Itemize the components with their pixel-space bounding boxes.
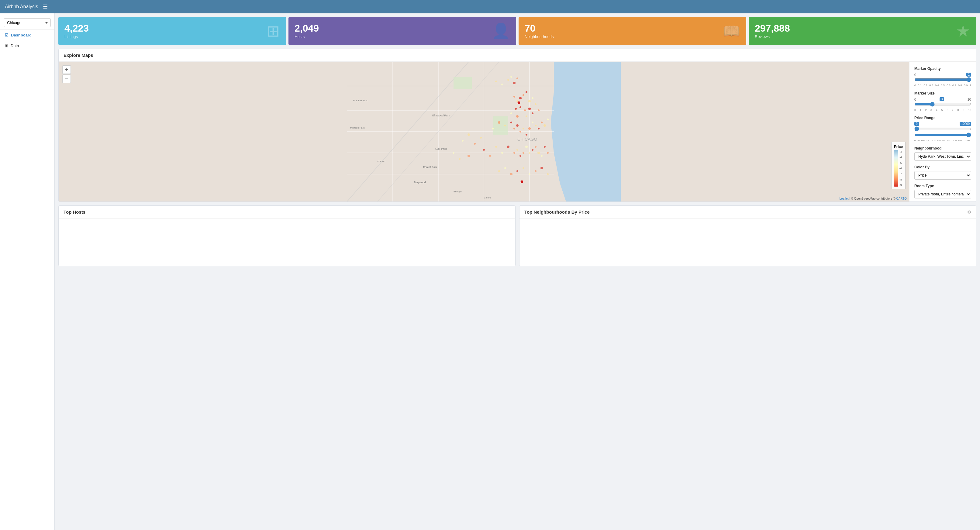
room-type-select[interactable]: Private room, Entire home/apt, Shared...: [914, 190, 971, 199]
legend-title: Price: [894, 145, 903, 149]
map-legend: Price -3 -4 -5 -6 -7 -8 -9: [891, 142, 905, 189]
hosts-number: 2,049: [294, 24, 319, 33]
svg-point-95: [495, 81, 497, 82]
map-area[interactable]: CHICAGO Franklin Park Melrose Park Elmwo…: [59, 62, 909, 202]
svg-point-79: [541, 155, 542, 157]
app-header: Airbnb Analysis ☰: [0, 0, 980, 13]
svg-point-91: [508, 79, 509, 81]
stat-card-hosts: 2,049 Hosts 👤: [288, 17, 516, 45]
svg-point-66: [489, 155, 491, 157]
svg-point-49: [522, 127, 524, 129]
svg-point-30: [528, 100, 531, 102]
svg-point-48: [520, 131, 521, 132]
svg-point-78: [538, 152, 540, 154]
sidebar: Chicago New York Los Angeles Seattle ☑ D…: [0, 13, 55, 530]
attribution-contrib: contributors ©: [877, 197, 896, 200]
sidebar-item-dashboard[interactable]: ☑ Dashboard: [0, 30, 54, 40]
gear-icon[interactable]: ⚙: [967, 210, 971, 215]
top-hosts-card: Top Hosts: [58, 205, 515, 266]
svg-point-77: [535, 146, 536, 148]
data-icon: ⊞: [5, 43, 8, 48]
svg-point-93: [513, 82, 515, 84]
svg-point-62: [453, 152, 455, 154]
hosts-icon: 👤: [492, 22, 510, 40]
color-by-select[interactable]: Price Room Type Rating: [914, 171, 971, 180]
svg-text:Berwyn: Berwyn: [453, 190, 462, 193]
reviews-number: 297,888: [755, 24, 790, 33]
svg-point-54: [538, 127, 539, 129]
explore-maps-header: Explore Maps: [59, 49, 976, 62]
svg-point-75: [528, 152, 530, 154]
dashboard-icon: ☑: [5, 33, 8, 37]
marker-size-value: 3: [940, 97, 945, 101]
svg-point-85: [517, 170, 518, 172]
svg-point-69: [507, 146, 509, 148]
marker-size-label: Marker Size: [914, 91, 971, 95]
svg-point-34: [528, 108, 531, 110]
svg-point-33: [524, 110, 526, 111]
marker-opacity-slider[interactable]: [914, 77, 971, 82]
room-type-control: Room Type Private room, Entire home/apt,…: [914, 184, 971, 199]
svg-point-45: [511, 121, 512, 123]
hamburger-icon[interactable]: ☰: [43, 3, 48, 10]
svg-point-42: [498, 121, 500, 124]
svg-point-72: [520, 155, 521, 157]
svg-text:Maywood: Maywood: [414, 181, 426, 184]
city-select[interactable]: Chicago New York Los Angeles Seattle: [4, 18, 51, 27]
svg-point-98: [520, 180, 523, 183]
svg-point-57: [547, 119, 549, 120]
carto-link[interactable]: CARTO: [896, 197, 907, 200]
map-zoom-controls: + −: [62, 65, 71, 83]
neighbourhood-label: Neighbourhood: [914, 146, 971, 150]
hosts-label: Hosts: [294, 34, 319, 39]
top-neighbourhoods-card: Top Neighbourhoods By Price ⚙: [519, 205, 976, 266]
sidebar-item-label-data: Data: [11, 43, 19, 48]
svg-point-82: [498, 170, 500, 172]
color-by-label: Color By: [914, 165, 971, 169]
svg-point-47: [516, 124, 519, 127]
svg-point-90: [547, 173, 549, 175]
svg-point-88: [535, 170, 536, 172]
room-type-label: Room Type: [914, 184, 971, 188]
zoom-out-button[interactable]: −: [62, 75, 71, 83]
stats-row: 4,223 Listings ⊞ 2,049 Hosts 👤 70 Neighb…: [58, 17, 976, 45]
sidebar-item-data[interactable]: ⊞ Data: [0, 40, 54, 51]
svg-point-89: [541, 167, 543, 169]
svg-point-92: [511, 76, 512, 78]
svg-point-96: [501, 84, 503, 85]
svg-text:Melrose Park: Melrose Park: [350, 126, 365, 129]
svg-point-29: [514, 96, 515, 97]
svg-marker-1: [551, 62, 621, 202]
zoom-in-button[interactable]: +: [62, 65, 71, 74]
svg-point-51: [528, 127, 531, 130]
svg-point-70: [514, 152, 515, 154]
svg-text:Oak Park: Oak Park: [435, 147, 447, 150]
svg-rect-13: [453, 77, 472, 89]
svg-point-25: [519, 97, 522, 99]
svg-point-37: [531, 113, 533, 114]
price-max-slider[interactable]: [914, 132, 971, 137]
svg-point-74: [525, 146, 528, 148]
svg-point-55: [541, 121, 542, 123]
marker-opacity-ticks: 00.10.20.30.40.50.60.70.80.91: [914, 84, 971, 87]
svg-text:Elmwood Park: Elmwood Park: [432, 114, 450, 117]
svg-point-52: [531, 121, 533, 123]
leaflet-link[interactable]: Leaflet: [839, 197, 848, 200]
top-neighbourhoods-header: Top Neighbourhoods By Price ⚙: [520, 206, 976, 218]
stat-card-reviews: 297,888 Reviews ★: [749, 17, 976, 45]
svg-point-31: [531, 97, 533, 99]
price-ticks: 050100150200250300400500100010000: [914, 139, 971, 142]
svg-point-35: [535, 103, 536, 105]
neighbourhood-select[interactable]: Hyde Park, West Town, Lincoln Park, L...: [914, 152, 971, 161]
listings-number: 4,223: [64, 24, 89, 33]
controls-panel: Marker Opacity 0 1 00.10.20.30.40.50.60.…: [909, 62, 976, 202]
svg-point-67: [495, 146, 497, 148]
svg-point-76: [531, 149, 533, 151]
price-min-slider[interactable]: [914, 126, 971, 131]
svg-point-97: [517, 101, 520, 104]
attribution-osm: | © OpenStreetMap: [849, 197, 875, 200]
marker-size-slider[interactable]: [914, 102, 971, 107]
top-neighbourhoods-title: Top Neighbourhoods By Price: [524, 209, 590, 215]
map-attribution: Leaflet | © OpenStreetMap contributors ©…: [839, 197, 907, 200]
svg-text:Forest Park: Forest Park: [423, 166, 438, 169]
